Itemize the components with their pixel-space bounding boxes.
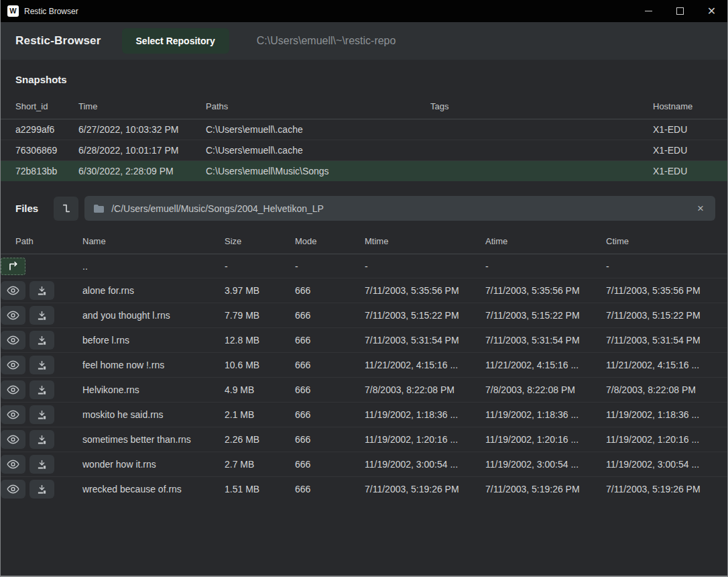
eye-icon [7, 335, 19, 345]
folder-icon [93, 204, 105, 213]
view-file-button[interactable] [1, 281, 25, 300]
snapshots-header-row: Short_id Time Paths Tags Hostname [1, 94, 728, 119]
snapshot-tags [430, 161, 653, 182]
snapshot-paths: C:\Users\emuell\Music\Songs [206, 161, 430, 182]
app-title: Restic-Browser [15, 34, 101, 48]
file-mtime: 11/19/2002, 1:18:36 ... [365, 403, 485, 427]
file-size: - [225, 254, 295, 278]
file-size: 12.8 MB [225, 328, 295, 353]
file-size: 7.79 MB [225, 303, 295, 328]
file-mode: 666 [295, 378, 365, 403]
view-file-button[interactable] [1, 331, 25, 350]
file-mode: 666 [295, 303, 365, 328]
files-table: Path Name Size Mode Mtime Atime Ctime ..… [1, 229, 728, 501]
file-mtime: 11/19/2002, 3:00:54 ... [365, 452, 485, 477]
file-ctime: 7/11/2003, 5:31:54 PM [606, 328, 728, 353]
view-file-button[interactable] [1, 356, 25, 374]
download-file-button[interactable] [29, 281, 54, 300]
snapshot-short-id: 72b813bb [1, 161, 78, 182]
breadcrumb-path-bar[interactable]: /C/Users/emuell/Music/Songs/2004_Helveti… [84, 196, 715, 221]
col-short-id: Short_id [1, 94, 78, 119]
file-mtime: 7/11/2003, 5:35:56 PM [365, 278, 485, 303]
files-section-title: Files [15, 203, 38, 214]
file-mode: 666 [295, 452, 365, 477]
snapshot-short-id: a2299af6 [1, 119, 78, 140]
file-row: and you thought l.rns 7.79 MB 666 7/11/2… [1, 303, 728, 328]
view-file-button[interactable] [1, 306, 25, 325]
eye-icon [7, 360, 19, 370]
repository-path: C:\Users\emuell\~\restic-repo [257, 35, 396, 47]
tree-toggle-icon [60, 203, 72, 214]
col-paths: Paths [206, 94, 430, 119]
snapshots-table: Short_id Time Paths Tags Hostname a2299a… [1, 94, 728, 181]
download-file-button[interactable] [29, 480, 54, 499]
file-mode: 666 [295, 328, 365, 353]
files-header-row: Path Name Size Mode Mtime Atime Ctime [1, 229, 728, 254]
file-atime: 11/19/2002, 3:00:54 ... [485, 452, 606, 477]
file-row: feel home now !.rns 10.6 MB 666 11/21/20… [1, 353, 728, 378]
file-mtime: 7/11/2003, 5:19:26 PM [365, 477, 485, 502]
download-icon [37, 460, 47, 470]
view-file-button[interactable] [1, 405, 25, 424]
download-icon [37, 311, 47, 321]
file-name: and you thought l.rns [82, 303, 225, 328]
file-row: Helvikone.rns 4.9 MB 666 7/8/2003, 8:22:… [1, 378, 728, 403]
file-size: 2.7 MB [225, 452, 295, 477]
file-name: wonder how it.rns [82, 452, 225, 477]
col-hostname: Hostname [653, 94, 728, 119]
download-file-button[interactable] [29, 356, 54, 374]
file-size: 3.97 MB [225, 278, 295, 303]
view-file-button[interactable] [1, 480, 25, 499]
snapshot-row[interactable]: 76306869 6/28/2022, 10:01:17 PM C:\Users… [1, 140, 728, 161]
file-mtime: 7/8/2003, 8:22:08 PM [365, 378, 485, 403]
download-file-button[interactable] [29, 405, 54, 424]
file-mtime: 11/21/2002, 4:15:16 ... [365, 353, 485, 378]
view-file-button[interactable] [1, 430, 25, 449]
eye-icon [7, 311, 19, 320]
snapshot-hostname: X1-EDU [653, 140, 728, 161]
col-name: Name [82, 229, 225, 254]
col-size: Size [225, 229, 295, 254]
file-ctime: 7/11/2003, 5:35:56 PM [606, 278, 728, 303]
download-file-button[interactable] [29, 306, 54, 325]
download-icon [37, 410, 47, 420]
file-atime: 7/11/2003, 5:15:22 PM [485, 303, 606, 328]
window-title: Restic Browser [24, 7, 78, 16]
file-mtime: 11/19/2002, 1:20:16 ... [365, 427, 485, 452]
view-file-button[interactable] [1, 380, 25, 399]
file-ctime: 11/21/2002, 4:15:16 ... [606, 353, 728, 378]
view-file-button[interactable] [1, 455, 25, 474]
close-button[interactable]: ✕ [696, 0, 727, 22]
file-row: alone for.rns 3.97 MB 666 7/11/2003, 5:3… [1, 278, 728, 303]
file-mtime: 7/11/2003, 5:31:54 PM [365, 328, 485, 353]
select-repository-button[interactable]: Select Repository [122, 28, 229, 54]
go-parent-button[interactable] [1, 258, 25, 275]
snapshot-time: 6/28/2022, 10:01:17 PM [78, 140, 206, 161]
download-icon [37, 360, 47, 370]
download-file-button[interactable] [29, 455, 54, 474]
col-ctime: Ctime [606, 229, 728, 254]
snapshot-row[interactable]: a2299af6 6/27/2022, 10:03:32 PM C:\Users… [1, 119, 728, 140]
maximize-button[interactable] [664, 0, 696, 22]
download-file-button[interactable] [29, 430, 54, 449]
snapshot-hostname: X1-EDU [653, 119, 728, 140]
col-mode: Mode [295, 229, 365, 254]
download-icon [37, 435, 47, 445]
file-name: before l.rns [82, 328, 225, 353]
file-mode: 666 [295, 427, 365, 452]
download-icon [37, 335, 47, 346]
download-file-button[interactable] [29, 331, 54, 350]
file-atime: 7/8/2003, 8:22:08 PM [485, 378, 606, 403]
file-atime: 11/21/2002, 4:15:16 ... [485, 353, 606, 378]
file-ctime: 11/19/2002, 1:20:16 ... [606, 427, 728, 452]
tree-toggle-button[interactable] [54, 197, 78, 221]
file-atime: 11/19/2002, 1:20:16 ... [485, 427, 606, 452]
header: Restic-Browser Select Repository C:\User… [1, 22, 727, 60]
snapshot-short-id: 76306869 [1, 140, 78, 161]
minimize-button[interactable] [633, 0, 664, 22]
clear-path-icon[interactable]: × [694, 201, 707, 215]
snapshot-row-selected[interactable]: 72b813bb 6/30/2022, 2:28:09 PM C:\Users\… [1, 161, 728, 182]
col-tags: Tags [430, 94, 653, 119]
download-file-button[interactable] [29, 380, 54, 399]
snapshot-time: 6/27/2022, 10:03:32 PM [78, 119, 206, 140]
